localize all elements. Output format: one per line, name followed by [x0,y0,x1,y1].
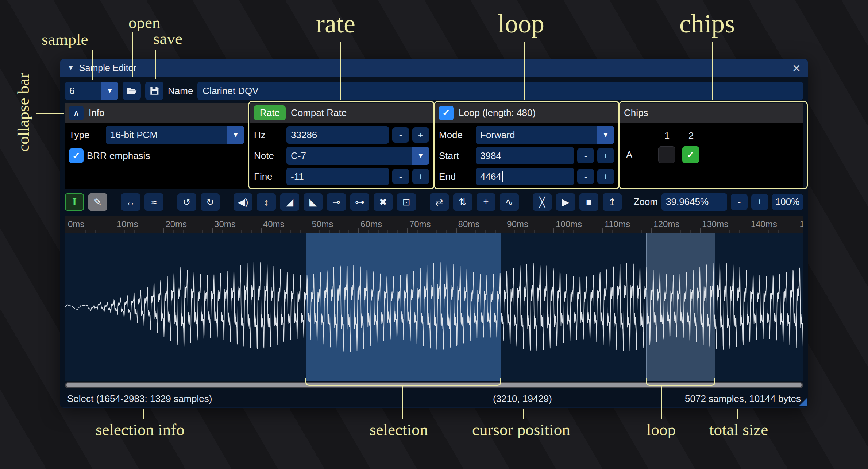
scrollbar-handle[interactable] [66,383,802,387]
brr-emphasis-checkbox[interactable]: ✓ [69,148,84,163]
filter-button[interactable]: ∿ [500,193,519,211]
loop-mode-value: Forward [476,126,597,144]
waveform-path [65,262,803,352]
fine-value: -11 [291,171,304,182]
hz-minus-button[interactable]: - [392,127,409,143]
fine-plus-button[interactable]: + [412,169,429,184]
annotation-sample-label: sample [42,30,88,49]
chips-panel: Chips 1 2 A ✓ [620,103,803,189]
amplify-button[interactable]: ◀) [234,193,252,211]
annotation-collapse-bar-label: collapse bar [14,73,33,152]
save-button[interactable] [145,82,163,100]
timeline-tick [651,228,652,233]
note-row: Note C-7 ▼ [254,147,429,165]
select-mode-button[interactable]: I [65,193,84,211]
fade-out-icon: ◣ [309,197,317,207]
loop-start-plus-button[interactable]: + [597,148,614,163]
stop-preview-button[interactable]: ■ [579,193,598,211]
type-dropdown[interactable]: 16-bit PCM ▼ [106,126,244,144]
invert-button[interactable]: ⇅ [453,193,472,211]
chip-1-checkbox[interactable] [658,146,675,163]
fade-out-button[interactable]: ◣ [304,193,323,211]
loop-end-value: 4464 [480,171,501,182]
timeline-label: 90ms [507,219,528,229]
reverse-button[interactable]: ⇄ [430,193,449,211]
redo-button[interactable]: ↻ [201,193,220,211]
horizontal-scrollbar[interactable] [65,382,803,388]
crossfade-icon: ╳ [539,197,545,207]
loop-mode-dropdown[interactable]: Forward ▼ [476,126,614,144]
annotation-save-label: save [153,29,182,48]
loop-start-value: 3984 [480,150,501,162]
hz-input[interactable]: 33286 [286,126,389,144]
hz-value: 33286 [291,129,317,141]
rate-panel-header: Rate Compat Rate [250,103,433,123]
timeline-label: 100ms [556,219,582,229]
sample-name-input[interactable]: Clarinet DQV [197,82,803,100]
undo-icon: ↺ [183,197,191,207]
zoom-label: Zoom [634,196,658,208]
sample-toolbar: I✎↔≈↺↻◀)↕◢◣⊸⊶✖⊡⇄⇅±∿╳▶■↥ Zoom 39.9645% - … [65,192,803,212]
chip-2-checkbox[interactable]: ✓ [682,146,699,163]
make-instrument-button[interactable]: ↥ [603,193,622,211]
insert-silence-button[interactable]: ⊸ [327,193,346,211]
timeline-label: 60ms [360,219,382,229]
zoom-reset-button[interactable]: 100% [772,194,803,210]
loop-start-input[interactable]: 3984 [476,147,574,164]
cursor-position-text: (3210, 19429) [493,393,552,404]
zoom-out-button[interactable]: - [731,194,748,210]
toolbar-buttons: I✎↔≈↺↻◀)↕◢◣⊸⊶✖⊡⇄⇅±∿╳▶■↥ [65,193,622,211]
sign-button[interactable]: ± [477,193,495,211]
timeline-tick [700,228,701,233]
loop-end-minus-button[interactable]: - [577,169,594,184]
trim-button[interactable]: ⊡ [397,193,416,211]
fine-input[interactable]: -11 [286,168,389,185]
text-caret [502,171,503,182]
screenshot-stage: ▼ Sample Editor × 6 ▼ [0,0,868,469]
chip-column-1: 1 [658,130,676,142]
resize-grip[interactable] [799,398,807,406]
normalize-button[interactable]: ↕ [257,193,276,211]
fine-minus-button[interactable]: - [392,169,409,184]
waveform-view[interactable] [65,233,803,381]
delete-icon: ✖ [379,197,387,207]
info-panel: ∧ Info Type 16-bit PCM ▼ ✓ [65,103,248,189]
crossfade-button[interactable]: ╳ [533,193,552,211]
hz-plus-button[interactable]: + [412,127,429,143]
loop-enable-checkbox[interactable]: ✓ [439,106,454,120]
apply-silence-button[interactable]: ⊶ [350,193,369,211]
chips-panel-title: Chips [624,107,648,119]
titlebar[interactable]: ▼ Sample Editor × [60,59,808,77]
chip-column-2: 2 [682,130,700,142]
draw-mode-button[interactable]: ✎ [88,193,107,211]
loop-end-input[interactable]: 4464 [476,168,574,185]
loop-end-plus-button[interactable]: + [597,169,614,184]
fine-row: Fine -11 - + [254,167,429,186]
sample-select-dropdown[interactable]: 6 ▼ [65,82,118,100]
selection-info-text: Select (1654-2983: 1329 samples) [65,393,212,404]
zoom-in-button[interactable]: + [751,194,768,210]
resize-button[interactable]: ↔ [121,193,140,211]
window-collapse-icon[interactable]: ▼ [67,64,74,72]
undo-button[interactable]: ↺ [177,193,196,211]
timeline-tick [553,228,554,233]
speaker-icon: ◀) [238,197,248,207]
ibeam-cursor-icon: I [72,197,77,207]
rate-panel: Rate Compat Rate Hz 33286 - + [250,103,433,189]
resample-button[interactable]: ≈ [144,193,163,211]
loop-start-minus-button[interactable]: - [577,148,594,163]
delete-button[interactable]: ✖ [374,193,393,211]
open-button[interactable] [123,82,141,100]
rate-button[interactable]: Rate [254,105,286,120]
collapse-bar-button[interactable]: ∧ [69,106,84,120]
note-dropdown[interactable]: C-7 ▼ [286,147,429,165]
timeline-tick [66,228,66,233]
timeline-label: 150ms [800,219,803,229]
preview-button[interactable]: ▶ [556,193,575,211]
zoom-input[interactable]: 39.9645% [661,193,727,211]
annotation-open-label: open [128,13,160,32]
loop-panel-title: Loop (length: 480) [459,107,536,119]
close-icon[interactable]: × [792,61,801,75]
timeline-tick [212,228,213,233]
fade-in-button[interactable]: ◢ [280,193,299,211]
